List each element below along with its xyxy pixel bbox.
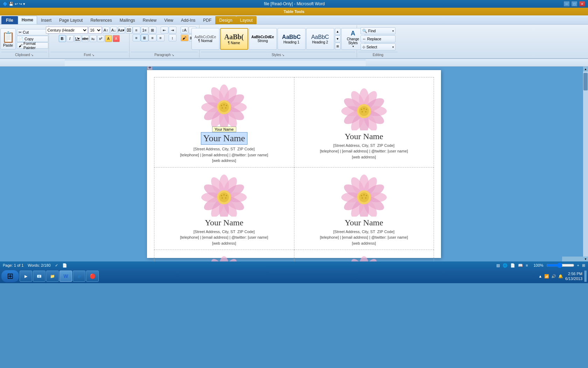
taskbar-ie[interactable]: ℯ bbox=[73, 271, 85, 282]
maximize-view-btn[interactable]: ⊞ bbox=[582, 263, 585, 268]
numbering-btn[interactable]: 1≡ bbox=[141, 27, 148, 34]
scroll-thumb[interactable] bbox=[583, 73, 588, 90]
taskbar-chrome[interactable]: 🔴 bbox=[86, 271, 99, 282]
card-cell-2-1[interactable] bbox=[294, 250, 434, 262]
find-button[interactable]: 🔍 Find ▾ bbox=[360, 27, 396, 34]
tab-references[interactable]: References bbox=[86, 16, 115, 24]
styles-scroll-down[interactable]: ▼ bbox=[335, 35, 341, 42]
clipboard-expander[interactable]: ↘ bbox=[31, 53, 34, 57]
view-reading-btn[interactable]: 📖 bbox=[518, 263, 523, 268]
tab-home[interactable]: Home bbox=[18, 16, 37, 24]
card-cell-0-0[interactable]: Your Name Your Name [Street Address, Cit… bbox=[154, 77, 294, 168]
taskbar-media-player[interactable]: ▶ bbox=[20, 271, 32, 282]
tab-file[interactable]: File bbox=[1, 16, 18, 24]
italic-btn[interactable]: I bbox=[66, 35, 74, 42]
line-spacing-btn[interactable]: ↕ bbox=[169, 34, 176, 41]
select-button[interactable]: ⊹ Select ▾ bbox=[360, 43, 396, 50]
style-strong[interactable]: AaBbCcDdEe Strong bbox=[249, 28, 277, 50]
close-button[interactable]: ✕ bbox=[579, 1, 585, 7]
view-normal-btn[interactable]: ▤ bbox=[496, 263, 500, 268]
strikethrough-btn[interactable]: abc bbox=[82, 35, 89, 42]
paragraph-expander[interactable]: ↘ bbox=[172, 53, 174, 57]
multilevel-btn[interactable]: ⊞ bbox=[149, 27, 156, 34]
tab-add-ins[interactable]: Add-Ins bbox=[177, 16, 199, 24]
quick-access-undo[interactable]: ↩ bbox=[15, 2, 18, 6]
style-normal[interactable]: AaBbCcDdEe ¶ Normal bbox=[191, 28, 219, 50]
card-cell-0-1[interactable]: Your Name [Street Address, City, ST ZIP … bbox=[294, 77, 434, 168]
decrease-indent-btn[interactable]: ⇤ bbox=[161, 27, 168, 34]
scroll-down-arrow[interactable]: ▼ bbox=[583, 257, 588, 261]
document-area[interactable]: ▲ ▼ ✛ bbox=[0, 67, 588, 261]
styles-expander[interactable]: ↘ bbox=[282, 53, 285, 57]
card-details-1-1: [Street Address, City, ST ZIP Code] [tel… bbox=[320, 229, 408, 246]
tab-view[interactable]: View bbox=[160, 16, 177, 24]
scrollbar-vertical[interactable]: ▲ ▼ bbox=[583, 67, 588, 261]
font-expander[interactable]: ↘ bbox=[92, 53, 94, 57]
decrease-font-btn[interactable]: A↓ bbox=[110, 27, 117, 34]
tray-arrow[interactable]: ▲ bbox=[538, 274, 542, 278]
card-name-0-1[interactable]: Your Name bbox=[345, 132, 383, 141]
view-print-btn[interactable]: 📄 bbox=[510, 263, 515, 268]
increase-font-btn[interactable]: A↑ bbox=[103, 27, 110, 34]
card-name-0-0[interactable]: Your Name bbox=[201, 132, 247, 145]
view-web-btn[interactable]: 🌐 bbox=[503, 263, 507, 268]
tray-time-date[interactable]: 2:56 PM 6/13/2013 bbox=[565, 271, 582, 281]
tab-review[interactable]: Review bbox=[139, 16, 160, 24]
font-name-select[interactable]: Century (Headir bbox=[46, 27, 88, 34]
styles-scroll-more[interactable]: ⊞ bbox=[335, 43, 341, 50]
format-painter-button[interactable]: 🖌 Format Painter bbox=[17, 42, 48, 49]
superscript-btn[interactable]: x² bbox=[97, 35, 104, 42]
spell-check-icon[interactable]: ✓ bbox=[55, 263, 58, 268]
quick-access-save[interactable]: 💾 bbox=[9, 2, 14, 6]
start-button[interactable]: ⊞ bbox=[1, 270, 19, 282]
align-left-btn[interactable]: ≡ bbox=[133, 34, 140, 41]
card-name-1-0[interactable]: Your Name bbox=[205, 218, 243, 227]
word-count-icon[interactable]: 📄 bbox=[62, 263, 67, 268]
styles-label: Styles ↘ bbox=[201, 52, 355, 57]
minimize-button[interactable]: ─ bbox=[564, 1, 570, 7]
subscript-btn[interactable]: x₂ bbox=[90, 35, 97, 42]
paste-button[interactable]: 📋 Paste bbox=[0, 28, 16, 49]
align-right-btn[interactable]: ≡ bbox=[149, 34, 156, 41]
quick-access-redo[interactable]: ↪ bbox=[19, 2, 22, 6]
bullets-btn[interactable]: ≡ bbox=[133, 27, 140, 34]
replace-button[interactable]: ↔ Replace bbox=[360, 35, 396, 42]
sort-btn[interactable]: ↕A bbox=[181, 27, 188, 34]
tab-layout[interactable]: Layout bbox=[236, 16, 257, 24]
cut-button[interactable]: ✂ Cut bbox=[17, 29, 48, 35]
style-name[interactable]: AaBb( ¶ Name bbox=[220, 28, 248, 50]
taskbar-explorer[interactable]: 📁 bbox=[46, 271, 59, 282]
underline-btn[interactable]: U▾ bbox=[74, 35, 81, 42]
change-case-btn[interactable]: Aa▾ bbox=[118, 27, 125, 34]
tab-design[interactable]: Design bbox=[215, 16, 236, 24]
increase-indent-btn[interactable]: ⇥ bbox=[169, 27, 176, 34]
justify-btn[interactable]: ≡ bbox=[157, 34, 164, 41]
text-highlight-btn[interactable]: A bbox=[105, 35, 112, 42]
styles-scroll-up[interactable]: ▲ bbox=[335, 28, 341, 35]
tab-pdf[interactable]: PDF bbox=[199, 16, 215, 24]
table-move-handle[interactable]: ✛ bbox=[147, 67, 153, 70]
view-draft-btn[interactable]: ≡ bbox=[526, 263, 528, 267]
font-size-select[interactable]: 16 bbox=[89, 27, 102, 34]
zoom-in-btn[interactable]: + bbox=[577, 263, 579, 267]
zoom-slider[interactable] bbox=[546, 263, 574, 268]
scroll-up-arrow[interactable]: ▲ bbox=[583, 67, 588, 71]
card-cell-2-0[interactable] bbox=[154, 250, 294, 262]
show-desktop-btn[interactable] bbox=[584, 271, 587, 282]
card-cell-1-0[interactable]: Your Name [Street Address, City, ST ZIP … bbox=[154, 167, 294, 250]
tab-insert[interactable]: Insert bbox=[37, 16, 55, 24]
bold-btn[interactable]: B bbox=[59, 35, 66, 42]
tab-mailings[interactable]: Mailings bbox=[116, 16, 139, 24]
card-name-tooltip-0-0: Your Name bbox=[212, 127, 236, 132]
font-color-btn[interactable]: A bbox=[113, 35, 120, 42]
align-center-btn[interactable]: ≣ bbox=[141, 34, 148, 41]
tab-page-layout[interactable]: Page Layout bbox=[55, 16, 86, 24]
shading-btn[interactable]: 🖌 bbox=[181, 34, 188, 41]
maximize-button[interactable]: □ bbox=[571, 1, 578, 7]
card-name-1-1[interactable]: Your Name bbox=[345, 218, 383, 227]
style-heading1[interactable]: AaBbC Heading 1 bbox=[278, 28, 306, 50]
card-cell-1-1[interactable]: Your Name [Street Address, City, ST ZIP … bbox=[294, 167, 434, 250]
taskbar-outlook[interactable]: 📧 bbox=[33, 271, 46, 282]
style-heading2[interactable]: AaBbC Heading 2 bbox=[306, 28, 334, 50]
taskbar-word[interactable]: W bbox=[59, 271, 72, 282]
